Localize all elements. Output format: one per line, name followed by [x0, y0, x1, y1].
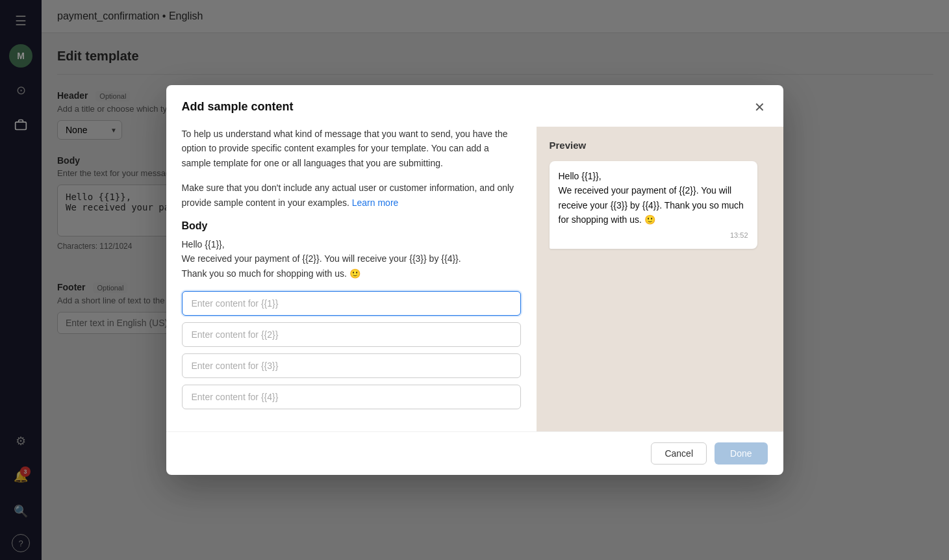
modal-body-label: Body	[182, 220, 521, 232]
content-input-3[interactable]	[182, 353, 521, 378]
learn-more-link[interactable]: Learn more	[352, 197, 399, 208]
content-input-4[interactable]	[182, 385, 521, 409]
chat-time: 13:52	[559, 230, 748, 242]
modal-header: Add sample content ✕	[166, 85, 783, 127]
modal-description-2: Make sure that you don't include any act…	[182, 181, 521, 210]
modal-preview-panel: Preview Hello {{1}}, We received your pa…	[537, 127, 783, 431]
modal-body: To help us understand what kind of messa…	[166, 127, 783, 431]
cancel-button[interactable]: Cancel	[651, 442, 707, 465]
chat-bubble: Hello {{1}}, We received your payment of…	[550, 161, 757, 249]
modal-overlay: Add sample content ✕ To help us understa…	[0, 0, 949, 560]
content-input-2[interactable]	[182, 322, 521, 347]
modal: Add sample content ✕ To help us understa…	[166, 85, 783, 475]
preview-label: Preview	[550, 140, 770, 151]
done-button[interactable]: Done	[715, 442, 767, 465]
modal-footer: Cancel Done	[166, 431, 783, 475]
content-input-1[interactable]	[182, 291, 521, 316]
bubble-text: Hello {{1}}, We received your payment of…	[559, 169, 748, 227]
modal-title: Add sample content	[182, 100, 294, 114]
close-button[interactable]: ✕	[752, 98, 768, 116]
modal-description-1: To help us understand what kind of messa…	[182, 127, 521, 170]
template-text: Hello {{1}}, We received your payment of…	[182, 237, 521, 281]
modal-left-panel: To help us understand what kind of messa…	[166, 127, 537, 431]
